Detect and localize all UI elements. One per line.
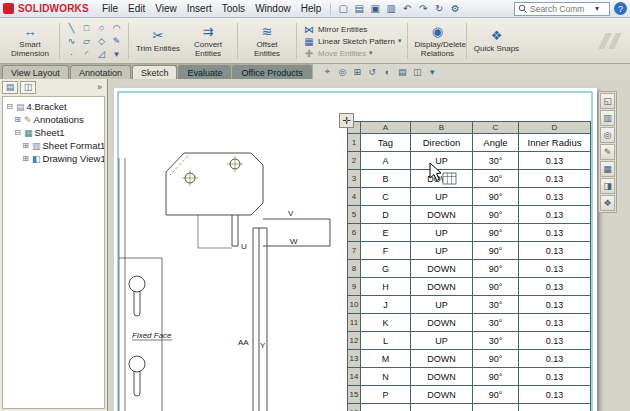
- menu-view[interactable]: View: [150, 1, 182, 16]
- table-cell[interactable]: P: [361, 386, 411, 404]
- help-icon[interactable]: ?: [614, 2, 627, 15]
- table-cell[interactable]: 90°: [473, 278, 519, 296]
- rebuild-icon[interactable]: ↻: [431, 1, 447, 16]
- display-delete-relations-button[interactable]: ◉ Display/Delete Relations: [412, 23, 462, 59]
- table-cell[interactable]: 0.13: [519, 278, 591, 296]
- fillet-icon[interactable]: ◜: [79, 48, 94, 61]
- table-cell[interactable]: 0.13: [519, 260, 591, 278]
- menu-window[interactable]: Window: [250, 1, 296, 16]
- tab-office-products[interactable]: Office Products: [232, 65, 311, 79]
- table-move-handle-icon[interactable]: ✛: [339, 113, 354, 128]
- save-icon[interactable]: ▣: [367, 1, 383, 16]
- rectangle-icon[interactable]: □: [79, 22, 94, 35]
- table-row-number[interactable]: 3: [348, 170, 361, 188]
- table-cell[interactable]: 90°: [473, 242, 519, 260]
- table-cell[interactable]: M: [361, 350, 411, 368]
- tree-item-drawing-view1[interactable]: ⊞◧Drawing View1: [4, 152, 103, 165]
- table-row-number[interactable]: 8: [348, 260, 361, 278]
- menu-file[interactable]: File: [97, 1, 123, 16]
- offset-entities-button[interactable]: ≋ Offset Entities: [242, 23, 292, 59]
- table-cell[interactable]: 0.13: [519, 386, 591, 404]
- mirror-entities-button[interactable]: ⋈ Mirror Entities: [301, 24, 403, 35]
- table-cell[interactable]: 0.13: [519, 206, 591, 224]
- table-cell[interactable]: [411, 404, 473, 411]
- table-cell[interactable]: B: [361, 170, 411, 188]
- table-cell[interactable]: 0.13: [519, 188, 591, 206]
- convert-entities-button[interactable]: ⇉ Convert Entities: [183, 23, 233, 59]
- table-cell[interactable]: UP: [411, 224, 473, 242]
- table-cell[interactable]: DOWN: [411, 368, 473, 386]
- edit-sketch-icon[interactable]: ✎: [600, 144, 615, 160]
- tree-item-sheet-format1[interactable]: ⊞▥Sheet Format1: [4, 139, 103, 152]
- quick-snaps-button[interactable]: ❖ Quick Snaps: [471, 27, 521, 54]
- table-header-cell[interactable]: Inner Radius: [519, 134, 591, 152]
- expander-icon[interactable]: ⊟: [13, 128, 22, 137]
- table-cell[interactable]: UP: [411, 332, 473, 350]
- table-cell[interactable]: DOWN: [411, 260, 473, 278]
- menu-help[interactable]: Help: [296, 1, 327, 16]
- table-col-letter[interactable]: B: [411, 122, 473, 134]
- tree-item-sheet1[interactable]: ⊟▦Sheet1: [4, 126, 103, 139]
- tab-annotation[interactable]: Annotation: [70, 65, 131, 79]
- table-cell[interactable]: 90°: [473, 188, 519, 206]
- zoom-fit-icon[interactable]: ◎: [336, 65, 349, 78]
- table-tool-icon[interactable]: ▦: [600, 161, 615, 177]
- arc-icon[interactable]: ◠: [109, 22, 124, 35]
- table-cell[interactable]: 90°: [473, 386, 519, 404]
- table-cell[interactable]: 30°: [473, 314, 519, 332]
- table-col-letter[interactable]: C: [473, 122, 519, 134]
- table-cell[interactable]: N: [361, 368, 411, 386]
- tab-view-layout[interactable]: View Layout: [2, 65, 69, 79]
- tab-evaluate[interactable]: Evaluate: [178, 65, 231, 79]
- ellipse-icon[interactable]: ◇: [94, 35, 109, 48]
- table-cell[interactable]: 0.13: [519, 314, 591, 332]
- table-cell[interactable]: 90°: [473, 206, 519, 224]
- table-cell[interactable]: DOWN: [411, 314, 473, 332]
- table-row-number[interactable]: 6: [348, 224, 361, 242]
- trim-entities-button[interactable]: ✂ Trim Entities: [133, 27, 183, 54]
- table-row-number[interactable]: 14: [348, 368, 361, 386]
- table-cell[interactable]: [519, 404, 591, 411]
- bend-table[interactable]: ✛ ABCD1TagDirectionAngleInner Radius2AUP…: [347, 121, 591, 411]
- expander-icon[interactable]: ⊟: [5, 102, 14, 111]
- search-box[interactable]: ▾: [514, 2, 610, 16]
- table-cell[interactable]: K: [361, 314, 411, 332]
- table-cell[interactable]: J: [361, 296, 411, 314]
- table-row-number[interactable]: 9: [348, 278, 361, 296]
- undo-icon[interactable]: ↶: [399, 1, 415, 16]
- table-col-letter[interactable]: A: [361, 122, 411, 134]
- table-row-number[interactable]: 13: [348, 350, 361, 368]
- expander-icon[interactable]: ⊞: [21, 154, 30, 163]
- table-row-number[interactable]: 16: [348, 404, 361, 411]
- search-dropdown-icon[interactable]: ▾: [595, 4, 599, 13]
- previous-view-icon[interactable]: ↺: [366, 65, 379, 78]
- polygon-icon[interactable]: ▱: [79, 35, 94, 48]
- table-cell[interactable]: 90°: [473, 350, 519, 368]
- table-row-number[interactable]: 2: [348, 152, 361, 170]
- table-header-cell[interactable]: Tag: [361, 134, 411, 152]
- table-cell[interactable]: DOWN: [411, 206, 473, 224]
- view-orientation-icon[interactable]: ◱: [600, 93, 615, 109]
- property-manager-tab-icon[interactable]: ◫: [20, 81, 36, 94]
- new-icon[interactable]: ▢: [335, 1, 351, 16]
- search-input[interactable]: [530, 4, 592, 14]
- table-cell[interactable]: UP: [411, 242, 473, 260]
- view-settings-icon[interactable]: ▤: [396, 65, 409, 78]
- section-view-icon[interactable]: ◐: [381, 65, 394, 78]
- table-row-number[interactable]: 5: [348, 206, 361, 224]
- table-cell[interactable]: 90°: [473, 224, 519, 242]
- table-cell[interactable]: 0.13: [519, 368, 591, 386]
- table-row-number[interactable]: 1: [348, 134, 361, 152]
- table-cell[interactable]: 0.13: [519, 350, 591, 368]
- point-icon[interactable]: ·: [64, 48, 79, 61]
- menu-edit[interactable]: Edit: [123, 1, 150, 16]
- table-cell[interactable]: [361, 404, 411, 411]
- open-icon[interactable]: ▤: [351, 1, 367, 16]
- table-col-letter[interactable]: D: [519, 122, 591, 134]
- table-cell[interactable]: G: [361, 260, 411, 278]
- linear-pattern-dropdown-icon[interactable]: ▾: [398, 37, 402, 45]
- table-cell[interactable]: 90°: [473, 260, 519, 278]
- tab-sketch[interactable]: Sketch: [132, 65, 178, 79]
- menu-tools[interactable]: Tools: [217, 1, 250, 16]
- zoom-area-icon[interactable]: ⊞: [351, 65, 364, 78]
